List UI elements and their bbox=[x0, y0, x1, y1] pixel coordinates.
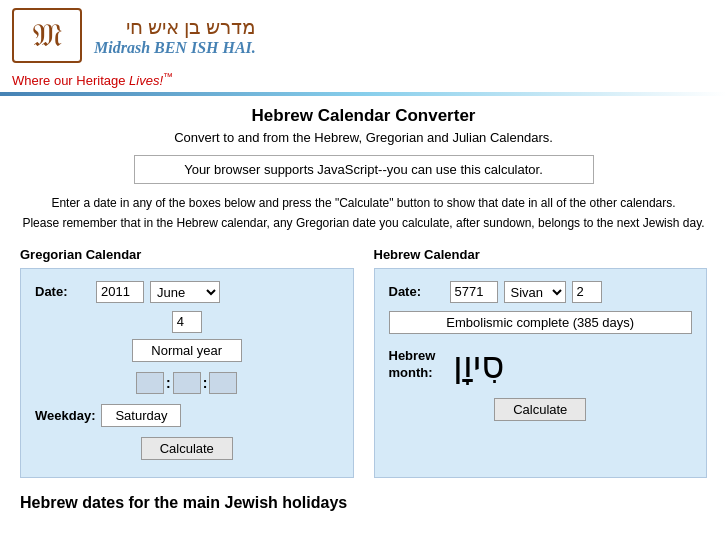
main-content: Hebrew Calendar Converter Convert to and… bbox=[0, 106, 727, 511]
hebrew-month-select[interactable]: Nisan Iyar Sivan Tammuz Av Elul Tishrei … bbox=[504, 281, 566, 303]
hebrew-section: Hebrew Calendar Date: Nisan Iyar Sivan T… bbox=[374, 247, 708, 478]
english-title: Midrash BEN ISH HAI. bbox=[94, 39, 256, 57]
gregorian-date-label: Date: bbox=[35, 284, 90, 299]
calendars: Gregorian Calendar Date: January Februar… bbox=[20, 247, 707, 478]
gregorian-second-input[interactable] bbox=[209, 372, 237, 394]
logo: 𝔐 bbox=[12, 8, 82, 63]
gregorian-time-row: : : bbox=[35, 372, 339, 394]
hebrew-date-row: Date: Nisan Iyar Sivan Tammuz Av Elul Ti… bbox=[389, 281, 693, 303]
hebrew-date-label: Date: bbox=[389, 284, 444, 299]
time-sep-1: : bbox=[166, 375, 171, 391]
gregorian-month-select[interactable]: January February March April May June Ju… bbox=[150, 281, 220, 303]
blue-bar bbox=[0, 92, 727, 96]
instructions: Enter a date in any of the boxes below a… bbox=[20, 194, 707, 232]
gregorian-date-row: Date: January February March April May J… bbox=[35, 281, 339, 303]
hebrew-month-glyph: סִיוָן bbox=[453, 344, 504, 386]
hebrew-month-display-row: Hebrewmonth: סִיוָן bbox=[389, 344, 693, 386]
gregorian-year-type-button[interactable]: Normal year bbox=[132, 339, 242, 362]
gregorian-section: Gregorian Calendar Date: January Februar… bbox=[20, 247, 354, 478]
gregorian-day-row bbox=[35, 311, 339, 333]
gregorian-year-input[interactable] bbox=[96, 281, 144, 303]
gregorian-weekday-label: Weekday: bbox=[35, 408, 95, 423]
hebrew-year-input[interactable] bbox=[450, 281, 498, 303]
gregorian-minute-input[interactable] bbox=[173, 372, 201, 394]
gregorian-year-type-row: Normal year bbox=[35, 339, 339, 362]
hebrew-label: Hebrew Calendar bbox=[374, 247, 708, 262]
gregorian-calculate-button[interactable]: Calculate bbox=[141, 437, 233, 460]
hebrew-calc-row: Calculate bbox=[389, 398, 693, 421]
js-notice: Your browser supports JavaScript--you ca… bbox=[134, 155, 594, 184]
gregorian-day-input[interactable] bbox=[172, 311, 202, 333]
tagline: Where our Heritage Lives!™ bbox=[0, 67, 727, 92]
tagline-tm: ™ bbox=[163, 71, 173, 82]
page-title: Hebrew Calendar Converter bbox=[20, 106, 707, 126]
hebrew-calculate-button[interactable]: Calculate bbox=[494, 398, 586, 421]
tagline-text: Where our Heritage bbox=[12, 73, 129, 88]
gregorian-box: Date: January February March April May J… bbox=[20, 268, 354, 478]
hebrew-month-label: Hebrewmonth: bbox=[389, 348, 436, 382]
time-sep-2: : bbox=[203, 375, 208, 391]
header: 𝔐 מדרש בן איש חי Midrash BEN ISH HAI. bbox=[0, 0, 727, 67]
hebrew-day-input[interactable] bbox=[572, 281, 602, 303]
hebrew-title: מדרש בן איש חי bbox=[126, 15, 256, 39]
gregorian-weekday-button[interactable]: Saturday bbox=[101, 404, 181, 427]
gregorian-label: Gregorian Calendar bbox=[20, 247, 354, 262]
gregorian-calc-row: Calculate bbox=[35, 437, 339, 460]
instructions-line2: Please remember that in the Hebrew calen… bbox=[22, 216, 704, 230]
header-text: מדרש בן איש חי Midrash BEN ISH HAI. bbox=[94, 15, 256, 57]
footer-heading: Hebrew dates for the main Jewish holiday… bbox=[20, 494, 707, 512]
tagline-italic: Lives! bbox=[129, 73, 163, 88]
hebrew-year-type-row: Embolismic complete (385 days) bbox=[389, 311, 693, 334]
hebrew-box: Date: Nisan Iyar Sivan Tammuz Av Elul Ti… bbox=[374, 268, 708, 478]
hebrew-year-type-button[interactable]: Embolismic complete (385 days) bbox=[389, 311, 693, 334]
gregorian-hour-input[interactable] bbox=[136, 372, 164, 394]
instructions-line1: Enter a date in any of the boxes below a… bbox=[51, 196, 675, 210]
gregorian-weekday-row: Weekday: Saturday bbox=[35, 404, 339, 427]
logo-icon: 𝔐 bbox=[33, 17, 62, 54]
page-subtitle: Convert to and from the Hebrew, Gregoria… bbox=[20, 130, 707, 145]
